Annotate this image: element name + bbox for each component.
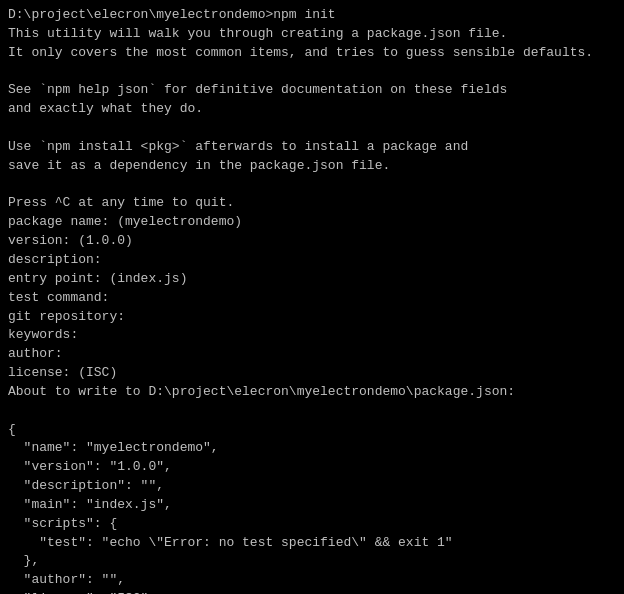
terminal-line: About to write to D:\project\elecron\mye… <box>8 383 616 402</box>
terminal-line: "version": "1.0.0", <box>8 458 616 477</box>
terminal-window: D:\project\elecron\myelectrondemo>npm in… <box>8 6 616 588</box>
terminal-line: "author": "", <box>8 571 616 590</box>
terminal-line: "license": "ISC" <box>8 590 616 594</box>
terminal-line: Use `npm install <pkg>` afterwards to in… <box>8 138 616 157</box>
terminal-line: version: (1.0.0) <box>8 232 616 251</box>
terminal-line: "scripts": { <box>8 515 616 534</box>
terminal-line: description: <box>8 251 616 270</box>
terminal-line: and exactly what they do. <box>8 100 616 119</box>
terminal-line: "main": "index.js", <box>8 496 616 515</box>
terminal-line <box>8 402 616 421</box>
terminal-line: This utility will walk you through creat… <box>8 25 616 44</box>
terminal-line: save it as a dependency in the package.j… <box>8 157 616 176</box>
terminal-line: "test": "echo \"Error: no test specified… <box>8 534 616 553</box>
terminal-line: git repository: <box>8 308 616 327</box>
terminal-line: Press ^C at any time to quit. <box>8 194 616 213</box>
terminal-line <box>8 119 616 138</box>
terminal-line: test command: <box>8 289 616 308</box>
terminal-line: It only covers the most common items, an… <box>8 44 616 63</box>
terminal-line: "description": "", <box>8 477 616 496</box>
terminal-line: keywords: <box>8 326 616 345</box>
terminal-line <box>8 63 616 82</box>
terminal-line: { <box>8 421 616 440</box>
terminal-line: author: <box>8 345 616 364</box>
terminal-line: package name: (myelectrondemo) <box>8 213 616 232</box>
terminal-line: entry point: (index.js) <box>8 270 616 289</box>
terminal-line: See `npm help json` for definitive docum… <box>8 81 616 100</box>
terminal-output: D:\project\elecron\myelectrondemo>npm in… <box>8 6 616 594</box>
terminal-line: license: (ISC) <box>8 364 616 383</box>
terminal-line: D:\project\elecron\myelectrondemo>npm in… <box>8 6 616 25</box>
terminal-line: }, <box>8 552 616 571</box>
terminal-line <box>8 176 616 195</box>
terminal-line: "name": "myelectrondemo", <box>8 439 616 458</box>
